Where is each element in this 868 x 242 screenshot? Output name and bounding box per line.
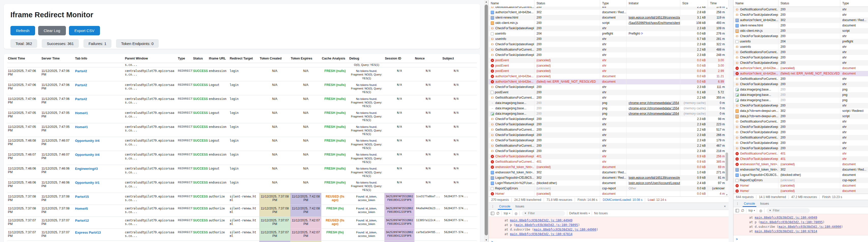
network-column-header-type[interactable]: Type [600,0,627,7]
network-column-header-type[interactable]: Type [840,0,868,7]
network-request-row[interactable]: {}CheckForTaskUpdatesKeep...200xhr [734,12,868,18]
network-request-row[interactable]: ×authorize?client_id=b42be...(failed) ne… [734,71,868,76]
initiator-link[interactable]: login.epicor.com/User/Account/Logout? [629,181,680,185]
network-request-row[interactable]: {}CheckForTaskUpdatesKeepl...200xhr2.3 k… [489,116,728,122]
clear-console-icon[interactable]: ∅ [741,208,744,212]
network-request-row[interactable]: {}CheckForTaskUpdatesKeepl...200xhr2.3 k… [489,53,728,58]
page-scrollbar[interactable]: ▲ ▼ [484,0,489,242]
network-column-header-name[interactable]: Name [489,0,534,7]
network-column-header-status[interactable]: Status [534,0,600,7]
network-request-row[interactable]: {}userinfo200xhr0.7 kB281 ms [489,36,728,42]
tab-link[interactable]: Home#1 [75,111,88,115]
network-request-row[interactable]: ×Home/(canceled)document [734,188,868,194]
network-request-row[interactable]: {}CheckForTaskUpdatesKeepl...200xhr2.3 k… [489,84,728,90]
network-request-row[interactable]: data.js?cb=wm-deepui-um...302script / Re… [734,108,868,114]
tab-link[interactable]: Opportunity /#4 [75,139,99,143]
network-request-row[interactable]: silent-renew.html200document [734,23,868,28]
network-request-row[interactable]: {}CheckForTaskUpdatesKeepl...200xhr2.3 k… [489,26,728,31]
network-request-row[interactable]: Logout?logoutId=CfDJ8CS...(blocked:other… [734,172,868,178]
network-request-row[interactable]: authorize?client_id=b42be...302document … [489,10,728,15]
source-location-link[interactable]: main.88ebfcc03b38d3d2.js:180:67814 [510,232,572,236]
log-levels-dropdown[interactable]: Default levels▾ [569,211,590,215]
network-request-row[interactable]: ×postEvent(canceled)xhr0.0 kB2.99 s [489,68,728,74]
console-sidebar-icon[interactable] [736,209,739,212]
network-request-row[interactable]: {}CheckForTaskUpdatesKeep...200xhr [734,124,868,130]
tab-link[interactable]: Engineering#3 [75,167,98,171]
network-request-row[interactable]: ×postEvent(canceled)xhr0.0 kB3.00 s [489,58,728,63]
network-request-row[interactable]: {}CheckForTaskUpdatesKeep...200xhr [734,60,868,66]
eye-icon[interactable]: ◎ [759,209,762,212]
issues-counter[interactable]: No Issues [594,211,608,215]
network-request-row[interactable]: {}GetNotificationsForCurrent...200xhr [734,135,868,140]
network-request-row[interactable]: {}GetNotificationsForCurrent...200xhr2.2… [489,47,728,53]
network-request-row[interactable]: ×GetNotificationsForCurrent...401xhr0.9 … [489,159,728,165]
network-request-row[interactable]: endsession?id_token_hint=...302document … [734,167,868,172]
source-location-link[interactable]: main.88ebfcc03b38d3d2.js:180:78095 [516,223,578,227]
network-request-row[interactable]: {}CheckForTaskUpdatesKeepl...200xhr2.3 k… [489,132,728,138]
source-location-link[interactable]: main.88ebfcc03b38d3d2.js:180:44900 [779,225,841,229]
source-location-link[interactable]: main.88ebfcc03b38d3d2.js:180:44900 [534,228,596,231]
network-request-row[interactable]: silent-renew.html200documentlogin.epicor… [489,15,728,20]
tab-link[interactable]: Home#1 [75,125,88,129]
eye-icon[interactable]: ◎ [515,211,517,215]
network-request-row[interactable]: ×endsession?id_token_hint=...(canceled)d… [734,162,868,167]
tab-issues[interactable]: Issues [514,203,526,210]
initiator-link[interactable]: login.epicor.com/tid/165139/connect/au [629,16,680,19]
scrollbar-up-arrow-icon[interactable]: ▲ [484,0,489,4]
network-request-row[interactable]: {}CheckForTaskUpdatesKeep...200xhr [734,130,868,135]
kebab-menu-icon[interactable]: ⋮ [735,202,740,205]
network-request-row[interactable]: oidc-client.min.js200script [734,28,868,34]
tab-issues[interactable]: Issues [759,200,770,207]
close-drawer-icon[interactable]: × [722,204,727,208]
scrollbar-thumb[interactable] [485,5,488,235]
network-request-row[interactable]: ReportCspErrors(unknown)csp-report [734,178,868,183]
network-request-row[interactable]: postEvent200xhr0.1 kB5.72 s [489,90,728,95]
scrollbar-down-arrow-icon[interactable]: ▼ [484,238,489,242]
network-request-row[interactable]: data:image/png;base...200png [734,98,868,103]
refresh-button[interactable]: Refresh [10,26,35,35]
network-request-row[interactable]: {}userinfo200xhr [734,44,868,49]
source-location-link[interactable]: main.88ebfcc03b38d3d2.js:180:67814 [755,230,817,233]
tab-link[interactable]: Home#5 [75,207,88,210]
clear-console-icon[interactable]: ∅ [496,211,499,215]
network-request-row[interactable]: {}CheckForTaskUpdatesKeep...200xhr [734,146,868,151]
network-column-header-time[interactable]: Time [708,0,728,7]
network-request-row[interactable]: {}CheckForTaskUpdatesKeep...200xhr [734,34,868,39]
console-prompt-chevron[interactable]: > [489,238,728,242]
network-request-row[interactable]: userinfo204preflight [734,39,868,44]
network-request-row[interactable]: {}GetNotificationsForCurrent...200xhr2.2… [489,95,728,100]
network-request-row[interactable]: data:image/png;base...200png [734,87,868,92]
scrollbar-down-arrow-icon[interactable]: ▼ [725,194,728,197]
network-request-row[interactable]: ×authorize?client_id=b42be...(failed) ne… [489,79,728,84]
tab-link[interactable]: Parts#12 [75,219,89,222]
network-request-row[interactable]: ×postEvent(canceled)xhr0.0 kB3.00 s [489,63,728,68]
clear-log-button[interactable]: Clear Log [38,26,66,35]
network-request-row[interactable]: ×Home/(canceled)document0.0 kB4 ms [489,191,728,197]
network-request-row[interactable]: ×GetNotificationsForCurrent...401xhr [734,151,868,156]
network-request-row[interactable]: Logout?logoutId=CfDJ8CS...302document / … [489,175,728,180]
tab-link[interactable]: Parts#2 [75,83,87,87]
initiator-link[interactable]: chrome-error://chromewebdata/:1554 [629,101,679,105]
console-prompt-chevron[interactable]: > [734,235,868,241]
console-filter-input[interactable]: ▼Filter [522,211,565,216]
initiator-link[interactable]: chrome-error://chromewebdata/:1554 [629,112,679,115]
network-request-row[interactable]: ReportCspErrors(unknown)csp-reportOther0… [489,186,728,191]
scrollbar-thumb[interactable] [725,152,728,181]
tab-link[interactable]: Opportunity /#1 [75,181,99,184]
network-request-row[interactable]: --data:image/png;base...200pngchrome-err… [489,100,728,106]
network-request-row[interactable]: {}GetNotificationsForCurrent...200xhr2.2… [489,127,728,132]
network-column-header-initiator[interactable]: Initiator [627,0,680,7]
source-location-link[interactable]: main.88ebfcc03b38d3d2.js:180:78095 [760,220,823,224]
network-request-row[interactable]: endsession?id_token_hint=...302document … [489,170,728,175]
network-request-row[interactable]: {}CheckForTaskUpdatesKeep...200xhr [734,103,868,108]
kebab-menu-icon[interactable]: ⋮ [490,205,495,208]
network-request-row[interactable]: {}GetNotificationsForCurrent...200xhr [734,76,868,81]
network-request-row[interactable]: {}CheckForTaskUpdatesKeepl...200xhr2.3 k… [489,148,728,154]
source-location-link[interactable]: main.88ebfcc03b38d3d2.js:180:44949 [755,216,817,219]
network-request-row[interactable]: ×authorize?client_id=b42be...(canceled)d… [489,74,728,79]
tab-link[interactable]: Parts#2 [75,97,87,101]
export-csv-button[interactable]: Export CSV [69,26,100,35]
scrollbar-up-arrow-icon[interactable]: ▲ [725,7,728,10]
network-request-row[interactable]: {}GetNotificationsForCurrent...200xhr2.2… [489,7,728,10]
context-selector[interactable]: top▾ [748,209,755,212]
